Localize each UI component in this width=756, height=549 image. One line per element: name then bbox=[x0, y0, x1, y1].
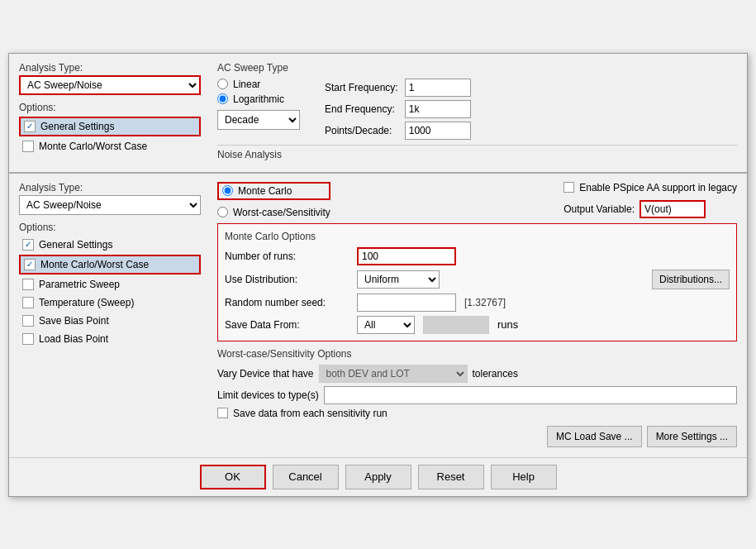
option-parametric-bottom[interactable]: Parametric Sweep bbox=[19, 276, 201, 293]
bottom-section: Analysis Type: AC Sweep/Noise Options: G… bbox=[9, 174, 747, 457]
analysis-type-select-top[interactable]: AC Sweep/Noise bbox=[19, 75, 201, 95]
points-input[interactable] bbox=[405, 122, 471, 140]
radio-logarithmic[interactable]: Logarithmic bbox=[217, 93, 300, 105]
start-freq-label: Start Frequency: bbox=[325, 82, 398, 93]
num-runs-label: Number of runs: bbox=[225, 251, 349, 262]
noise-section: Noise Analysis bbox=[217, 145, 737, 160]
output-var-row: Output Variable: bbox=[563, 200, 737, 218]
enable-pspice-label: Enable PSpice AA support in legacy bbox=[579, 182, 737, 193]
points-label: Points/Decade: bbox=[325, 125, 398, 136]
analysis-type-label-bottom: Analysis Type: bbox=[19, 182, 201, 193]
simulation-dialog: Analysis Type: AC Sweep/Noise Options: G… bbox=[8, 53, 748, 497]
option-label-temperature-bottom: Temperature (Sweep) bbox=[39, 297, 134, 308]
analysis-type-select-bottom[interactable]: AC Sweep/Noise bbox=[19, 195, 201, 215]
option-label-monte-top: Monte Carlo/Worst Case bbox=[39, 141, 147, 152]
options-label-top: Options: bbox=[19, 102, 201, 113]
distributions-button[interactable]: Distributions... bbox=[652, 270, 730, 289]
check-monte-bottom bbox=[24, 259, 36, 270]
mc-action-buttons: MC Load Save ... More Settings ... bbox=[217, 426, 737, 447]
options-list-top: General Settings Monte Carlo/Worst Case bbox=[19, 117, 201, 155]
limit-devices-label: Limit devices to type(s) bbox=[217, 389, 319, 401]
ac-sweep-title: AC Sweep Type bbox=[217, 62, 737, 74]
monte-carlo-radio-label: Monte Carlo bbox=[238, 185, 292, 197]
output-var-label: Output Variable: bbox=[563, 203, 635, 215]
check-parametric-bottom bbox=[22, 279, 34, 290]
option-monte-carlo-bottom[interactable]: Monte Carlo/Worst Case bbox=[19, 255, 201, 274]
save-data-row: Save Data From: All First None runs bbox=[225, 316, 730, 334]
use-dist-row: Use Distribution: Uniform Gaussian Distr… bbox=[225, 270, 730, 289]
noise-label: Noise Analysis bbox=[217, 149, 737, 160]
option-label-save-bias-bottom: Save Bias Point bbox=[39, 315, 109, 327]
reset-button[interactable]: Reset bbox=[418, 465, 484, 489]
option-label-parametric-bottom: Parametric Sweep bbox=[39, 279, 120, 290]
options-list-bottom: General Settings Monte Carlo/Worst Case … bbox=[19, 236, 201, 347]
num-runs-input[interactable] bbox=[357, 247, 456, 265]
left-panel-bottom: Analysis Type: AC Sweep/Noise Options: G… bbox=[19, 182, 201, 451]
mc-options-box: Monte Carlo Options Number of runs: Use … bbox=[217, 223, 737, 341]
analysis-type-group: Analysis Type: AC Sweep/Noise bbox=[19, 62, 201, 95]
save-data-select[interactable]: All First None bbox=[357, 316, 415, 334]
enable-pspice-checkbox[interactable] bbox=[563, 182, 574, 193]
mc-radio-group: Monte Carlo Worst-case/Sensitivity bbox=[217, 182, 330, 218]
radio-worst-case[interactable]: Worst-case/Sensitivity bbox=[217, 207, 330, 218]
option-general-bottom[interactable]: General Settings bbox=[19, 236, 201, 253]
num-runs-row: Number of runs: bbox=[225, 247, 730, 265]
option-label-load-bias-bottom: Load Bias Point bbox=[39, 333, 108, 345]
check-monte-top bbox=[22, 141, 34, 152]
dialog-footer: OK Cancel Apply Reset Help bbox=[9, 457, 747, 496]
right-panel-top: AC Sweep Type Linear Logarithmic Decade bbox=[217, 62, 737, 165]
option-save-bias-bottom[interactable]: Save Bias Point bbox=[19, 313, 201, 329]
save-data-label: Save Data From: bbox=[225, 319, 349, 331]
option-label-general-top: General Settings bbox=[40, 121, 114, 132]
runs-input[interactable] bbox=[423, 316, 489, 334]
mc-options-title: Monte Carlo Options bbox=[225, 231, 730, 242]
analysis-type-label-top: Analysis Type: bbox=[19, 62, 201, 74]
runs-label: runs bbox=[497, 318, 518, 331]
radio-linear[interactable]: Linear bbox=[217, 79, 300, 90]
use-dist-label: Use Distribution: bbox=[225, 274, 349, 285]
option-temperature-bottom[interactable]: Temperature (Sweep) bbox=[19, 294, 201, 311]
apply-button[interactable]: Apply bbox=[345, 465, 411, 489]
wc-options-section: Worst-case/Sensitivity Options Vary Devi… bbox=[217, 348, 737, 419]
help-button[interactable]: Help bbox=[491, 465, 557, 489]
end-freq-label: End Frequency: bbox=[325, 103, 398, 115]
left-panel-top: Analysis Type: AC Sweep/Noise Options: G… bbox=[19, 62, 201, 165]
sensitivity-checkbox[interactable] bbox=[217, 408, 228, 418]
random-seed-input[interactable] bbox=[357, 294, 456, 312]
option-load-bias-bottom[interactable]: Load Bias Point bbox=[19, 331, 201, 347]
option-label-general-bottom: General Settings bbox=[39, 239, 112, 251]
cancel-button[interactable]: Cancel bbox=[273, 465, 339, 489]
sensitivity-label: Save data from each sensitivity run bbox=[233, 408, 388, 419]
ok-button[interactable]: OK bbox=[200, 465, 266, 489]
random-seed-row: Random number seed: [1.32767] bbox=[225, 294, 730, 312]
check-general-bottom bbox=[22, 239, 34, 251]
more-settings-button[interactable]: More Settings ... bbox=[647, 426, 737, 447]
sweep-type-radios: Linear Logarithmic Decade bbox=[217, 79, 300, 140]
distribution-select[interactable]: Uniform Gaussian bbox=[357, 270, 440, 289]
option-monte-carlo-top[interactable]: Monte Carlo/Worst Case bbox=[19, 138, 201, 155]
worst-case-radio-label: Worst-case/Sensitivity bbox=[233, 207, 330, 218]
options-label-bottom: Options: bbox=[19, 222, 201, 233]
freq-settings: Start Frequency: End Frequency: Points/D… bbox=[325, 79, 471, 140]
right-header-controls: Enable PSpice AA support in legacy Outpu… bbox=[563, 182, 737, 218]
sensitivity-row: Save data from each sensitivity run bbox=[217, 408, 737, 419]
wc-options-title: Worst-case/Sensitivity Options bbox=[217, 348, 737, 360]
limit-devices-row: Limit devices to type(s) bbox=[217, 386, 737, 404]
right-panel-bottom: Monte Carlo Worst-case/Sensitivity Enabl… bbox=[217, 182, 737, 451]
limit-devices-input[interactable] bbox=[324, 386, 737, 404]
radio-monte-carlo[interactable]: Monte Carlo bbox=[217, 182, 330, 200]
vary-device-select[interactable]: both DEV and LOT DEV only LOT only bbox=[319, 365, 468, 383]
decade-select[interactable]: Decade bbox=[217, 110, 300, 130]
mc-load-save-button[interactable]: MC Load Save ... bbox=[547, 426, 642, 447]
enable-pspice-row: Enable PSpice AA support in legacy bbox=[563, 182, 737, 193]
option-label-monte-bottom: Monte Carlo/Worst Case bbox=[40, 259, 149, 270]
tolerances-label: tolerances bbox=[473, 368, 518, 380]
seed-hint: [1.32767] bbox=[464, 297, 506, 308]
start-freq-input[interactable] bbox=[405, 79, 471, 97]
vary-device-row: Vary Device that have both DEV and LOT D… bbox=[217, 365, 737, 383]
analysis-type-group-bottom: Analysis Type: AC Sweep/Noise bbox=[19, 182, 201, 215]
option-general-settings-top[interactable]: General Settings bbox=[19, 117, 201, 136]
end-freq-input[interactable] bbox=[405, 100, 471, 118]
output-var-input[interactable] bbox=[640, 200, 706, 218]
check-save-bias-bottom bbox=[22, 315, 34, 327]
